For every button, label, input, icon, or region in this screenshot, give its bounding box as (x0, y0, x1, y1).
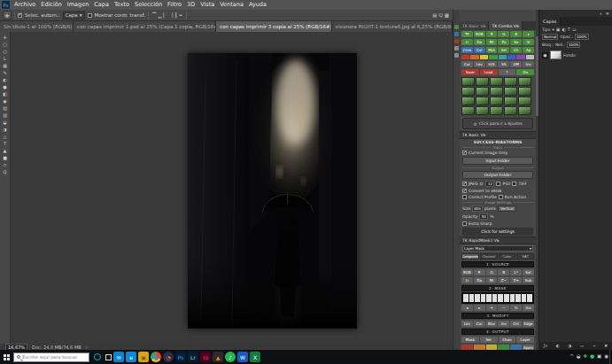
tool-icon[interactable]: △ (1, 133, 10, 140)
current-tool-icon[interactable]: ✛ (3, 11, 12, 19)
output-button[interactable]: Layer (516, 337, 534, 343)
menu-item[interactable]: Selección (132, 0, 165, 10)
menu-item[interactable]: Imagen (65, 0, 91, 10)
status-arrow-icon[interactable]: › (86, 345, 88, 350)
extra-sharp-checkbox[interactable] (462, 221, 467, 226)
filter-adjustment-icon[interactable]: ◐ (562, 27, 565, 32)
rapidmask-tab[interactable]: Channel (480, 253, 498, 259)
search-input[interactable] (22, 354, 86, 360)
input-folder-button[interactable]: Input Folder (462, 157, 533, 165)
preview-thumbnail[interactable] (518, 87, 531, 96)
layer-name[interactable]: Fondo (563, 53, 576, 58)
rapidmask-tab[interactable]: SAT (516, 253, 534, 259)
color-swatch[interactable] (461, 55, 469, 59)
tool-icon[interactable]: ● (1, 83, 10, 90)
tk-action-button[interactable]: G (498, 31, 509, 37)
tool-icon[interactable]: ▦ (1, 62, 10, 69)
tool-icon[interactable]: ◧ (1, 90, 10, 97)
tk-action-button[interactable]: H/S (486, 61, 498, 67)
tiff-checkbox[interactable] (512, 182, 516, 186)
modify-button[interactable]: Cur (474, 321, 485, 327)
color-swatch[interactable] (470, 55, 478, 59)
tool-icon[interactable]: ◉ (1, 97, 10, 105)
jpeg-checkbox[interactable] (462, 182, 467, 186)
tray-icon[interactable]: ✚ (584, 354, 588, 360)
taskbar-app-icon[interactable]: ♪ (225, 352, 236, 362)
taskbar-app-icon[interactable]: ◔ (163, 352, 174, 362)
layers-footer-icon[interactable]: ▭ (580, 344, 584, 348)
psd-checkbox[interactable] (496, 182, 500, 186)
current-image-only-checkbox[interactable] (462, 151, 467, 155)
auto-select-dropdown[interactable]: Capa▾ (63, 12, 85, 19)
mask-tool-button[interactable]: Inv (523, 305, 534, 311)
task-view-icon[interactable] (105, 354, 112, 360)
preview-thumbnail[interactable] (490, 77, 503, 86)
tk-action-button[interactable]: Li (461, 39, 473, 45)
output-button[interactable]: Sel (480, 337, 498, 343)
panel-menu-icon[interactable]: ≡ (606, 11, 609, 16)
correct-profile-checkbox[interactable] (462, 195, 467, 199)
tool-icon[interactable]: ▧ (1, 112, 10, 119)
filter-pixel-icon[interactable]: ▣ (556, 27, 561, 32)
menu-item[interactable]: Ayuda (246, 0, 269, 10)
mask-tool-button[interactable]: + (486, 305, 498, 311)
tray-icon[interactable]: ● (590, 354, 594, 360)
tk-action-button[interactable]: Vi (523, 39, 534, 45)
tk-action-button[interactable]: Ch (510, 47, 522, 53)
layers-footer-icon[interactable]: ◐ (556, 344, 560, 348)
output-button[interactable]: Mask (461, 337, 479, 343)
preview-thumbnail[interactable] (490, 87, 503, 96)
collapse-panel-icon[interactable]: « (600, 11, 602, 16)
source-button[interactable]: Sub (523, 277, 534, 283)
vertical-button[interactable]: Vertical (498, 205, 516, 212)
tray-icon[interactable]: ◒ (577, 354, 581, 360)
chevron-down-icon[interactable]: ▾ (552, 27, 554, 32)
rapidmask-tab[interactable]: Composite (461, 253, 479, 259)
tk-action-button[interactable]: Save (461, 69, 479, 75)
panel-tab[interactable]: TK Combo V6 (489, 21, 522, 30)
tk-action-button[interactable]: ? (499, 69, 516, 75)
taskbar-search[interactable] (13, 352, 89, 362)
tray-icon[interactable]: ^ (569, 354, 574, 360)
modify-button[interactable]: Inv (498, 321, 509, 327)
color-swatch[interactable] (489, 55, 497, 59)
taskbar-app-icon[interactable]: ● (151, 352, 161, 362)
taskbar-app-icon[interactable]: ▣ (138, 352, 149, 362)
tk-action-button[interactable]: GM (510, 61, 522, 67)
taskbar-app-icon[interactable]: e (126, 352, 136, 362)
tk-action-button[interactable]: Da (474, 39, 485, 45)
tk-rapidmask-header[interactable]: TK RapidMask2 V6 (460, 236, 536, 244)
tk-action-button[interactable]: Sel (498, 47, 509, 53)
spectrum-bar[interactable] (481, 294, 486, 302)
preview-thumbnail[interactable] (490, 106, 503, 115)
preview-thumbnail[interactable] (518, 106, 531, 115)
menu-item[interactable]: Filtro (165, 0, 184, 10)
preview-thumbnail[interactable] (476, 77, 489, 86)
source-button[interactable]: Sat (523, 269, 534, 275)
blend-mode-dropdown[interactable]: Normal (542, 34, 558, 40)
document-tab[interactable]: Sin título-1 al 100% (RGB/8) × (0, 21, 74, 32)
run-action-checkbox[interactable] (499, 195, 503, 199)
preview-thumbnail[interactable] (504, 87, 517, 96)
spectrum-bar[interactable] (527, 294, 532, 302)
taskbar-app-icon[interactable]: Lr (188, 352, 198, 362)
document-canvas[interactable] (188, 53, 357, 329)
filter-type-icon[interactable]: T (568, 27, 570, 32)
menu-item[interactable]: Vista (198, 0, 217, 10)
workspace-icon[interactable]: ▤ (431, 12, 438, 18)
color-swatch[interactable] (516, 55, 524, 59)
tk-action-button[interactable]: Cmb (461, 47, 473, 53)
menu-item[interactable]: Ventana (217, 0, 246, 10)
taskbar-app-icon[interactable]: Ps (175, 352, 186, 362)
cortana-icon[interactable] (94, 353, 101, 360)
modify-button[interactable]: Lev (461, 321, 473, 327)
document-tab[interactable]: con capas imprimir 3 copia al 25% (RGB/1… (216, 21, 332, 32)
layers-footer-icon[interactable]: + (593, 344, 596, 348)
tk-action-button[interactable]: Ap (523, 47, 534, 53)
menu-item[interactable]: Edición (38, 0, 65, 10)
preview-thumbnail[interactable] (504, 77, 517, 86)
docked-panel-icon[interactable] (454, 39, 459, 43)
tool-icon[interactable]: ○ (1, 48, 10, 55)
source-button[interactable]: RGB (461, 269, 473, 275)
color-swatch[interactable] (507, 55, 515, 59)
